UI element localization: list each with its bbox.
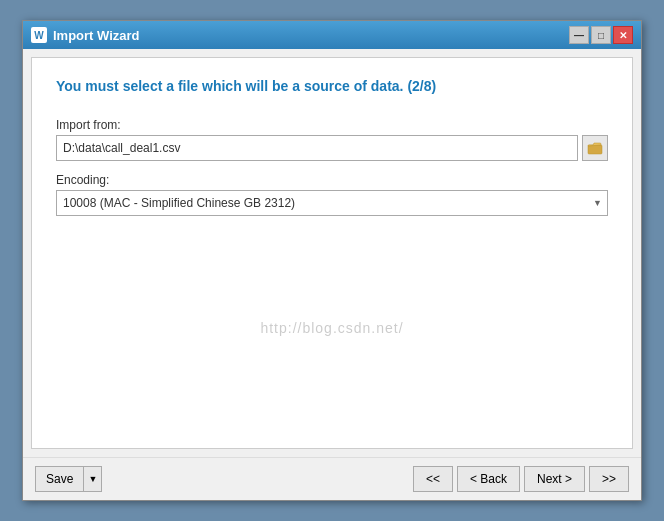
encoding-select[interactable]: 10008 (MAC - Simplified Chinese GB 2312)… <box>56 190 608 216</box>
footer-right: << < Back Next > >> <box>413 466 629 492</box>
save-button[interactable]: Save <box>35 466 84 492</box>
first-page-button[interactable]: << <box>413 466 453 492</box>
title-bar: W Import Wizard — □ ✕ <box>23 21 641 49</box>
maximize-button[interactable]: □ <box>591 26 611 44</box>
next-button[interactable]: Next > <box>524 466 585 492</box>
encoding-group: Encoding: 10008 (MAC - Simplified Chines… <box>56 173 608 216</box>
encoding-select-wrapper: 10008 (MAC - Simplified Chinese GB 2312)… <box>56 190 608 216</box>
watermark-text: http://blog.csdn.net/ <box>260 320 403 336</box>
title-bar-buttons: — □ ✕ <box>569 26 633 44</box>
encoding-label: Encoding: <box>56 173 608 187</box>
import-from-row <box>56 135 608 161</box>
import-from-label: Import from: <box>56 118 608 132</box>
footer: Save ▼ << < Back Next > >> <box>23 457 641 500</box>
last-page-button[interactable]: >> <box>589 466 629 492</box>
svg-rect-0 <box>588 145 602 154</box>
import-path-input[interactable] <box>56 135 578 161</box>
window-icon: W <box>31 27 47 43</box>
info-message: You must select a file which will be a s… <box>56 78 608 94</box>
browse-button[interactable] <box>582 135 608 161</box>
import-from-group: Import from: <box>56 118 608 161</box>
window-title: Import Wizard <box>53 28 569 43</box>
folder-icon <box>587 140 603 156</box>
minimize-button[interactable]: — <box>569 26 589 44</box>
watermark-area: http://blog.csdn.net/ <box>56 228 608 428</box>
import-wizard-window: W Import Wizard — □ ✕ You must select a … <box>22 20 642 501</box>
save-dropdown-button[interactable]: ▼ <box>84 466 102 492</box>
close-button[interactable]: ✕ <box>613 26 633 44</box>
back-button[interactable]: < Back <box>457 466 520 492</box>
footer-left: Save ▼ <box>35 466 102 492</box>
content-area: You must select a file which will be a s… <box>31 57 633 449</box>
